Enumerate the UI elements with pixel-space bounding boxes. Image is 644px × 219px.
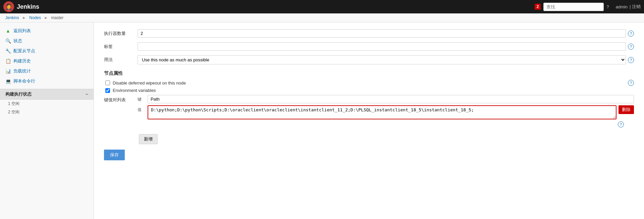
kv-key-sublabel: 键 bbox=[138, 95, 146, 102]
usage-select[interactable]: Use this node as much as possible Only b… bbox=[138, 55, 626, 64]
sidebar-item-load-stats[interactable]: 📊 负载统计 bbox=[0, 66, 94, 76]
usage-control: Use this node as much as possible Only b… bbox=[138, 55, 634, 64]
jenkins-logo-icon: 🤵 bbox=[3, 1, 14, 12]
sidebar-item-back[interactable]: ▲ 返回列表 bbox=[0, 26, 94, 36]
magnify-icon: 🔍 bbox=[5, 38, 11, 44]
kv-val-sublabel: 值 bbox=[138, 105, 146, 113]
sidebar-item-script[interactable]: 💻 脚本命令行 bbox=[0, 76, 94, 86]
label-row: 标签 ? bbox=[104, 42, 634, 51]
node-properties-title: 节点属性 bbox=[104, 70, 634, 76]
sidebar-item-back-label: 返回列表 bbox=[13, 28, 31, 34]
sidebar-item-status[interactable]: 🔍 状态 bbox=[0, 36, 94, 46]
kv-key-row: 键 bbox=[138, 95, 634, 103]
layout: ▲ 返回列表 🔍 状态 🔧 配置从节点 📋 构建历史 📊 负载统计 💻 脚本命令… bbox=[0, 22, 644, 219]
kv-section: 键值对列表 键 值 D:\python;D:\python\Scripts;D:… bbox=[104, 95, 634, 127]
label-control: ? bbox=[138, 42, 634, 51]
sidebar-item-build-history-label: 构建历史 bbox=[13, 58, 31, 64]
sidebar-executor-1: 1 空闲 bbox=[0, 100, 94, 108]
sidebar-section-label: 构建执行状态 bbox=[5, 91, 32, 97]
checkbox-wipeout-row: Disable deferred wipeout on this node ? bbox=[104, 80, 634, 86]
search-input[interactable] bbox=[543, 3, 604, 11]
wrench-icon: 🔧 bbox=[5, 48, 11, 54]
executor-count-label: 执行器数量 bbox=[104, 29, 138, 37]
header: 🤵 Jenkins 2 ? admin | 注销 bbox=[0, 0, 644, 13]
breadcrumb: Jenkins ► Nodes ► master bbox=[0, 13, 644, 22]
usage-help-icon[interactable]: ? bbox=[628, 57, 634, 63]
breadcrumb-sep-1: ► bbox=[22, 15, 26, 20]
kv-val-row: 值 D:\python;D:\python\Scripts;D:\oraclec… bbox=[138, 105, 634, 119]
checkbox-env-label: Environment variables bbox=[113, 88, 156, 93]
checkbox-env-row: Environment variables bbox=[104, 88, 634, 93]
sidebar-item-config[interactable]: 🔧 配置从节点 bbox=[0, 46, 94, 56]
terminal-icon: 💻 bbox=[5, 78, 11, 84]
main-content: 执行器数量 ? 标签 ? 用法 Use this node as much as… bbox=[94, 22, 644, 219]
sidebar-item-load-stats-label: 负载统计 bbox=[13, 68, 31, 74]
breadcrumb-nodes[interactable]: Nodes bbox=[29, 15, 41, 20]
kv-val-help-icon[interactable]: ? bbox=[618, 121, 624, 127]
delete-kv-button[interactable]: 删除 bbox=[619, 105, 634, 114]
kv-key-input[interactable] bbox=[148, 95, 634, 103]
executor-count-help-icon[interactable]: ? bbox=[628, 31, 634, 37]
logo[interactable]: 🤵 Jenkins bbox=[3, 1, 39, 12]
sidebar: ▲ 返回列表 🔍 状态 🔧 配置从节点 📋 构建历史 📊 负载统计 💻 脚本命令… bbox=[0, 22, 94, 219]
sidebar-item-status-label: 状态 bbox=[13, 38, 22, 44]
checkbox-wipeout[interactable] bbox=[105, 80, 110, 85]
executor-count-row: 执行器数量 ? bbox=[104, 29, 634, 38]
breadcrumb-sep-2: ► bbox=[44, 15, 48, 20]
kv-content: 键 值 D:\python;D:\python\Scripts;D:\oracl… bbox=[138, 95, 634, 127]
label-help-icon[interactable]: ? bbox=[628, 44, 634, 50]
usage-row: 用法 Use this node as much as possible Onl… bbox=[104, 55, 634, 64]
add-btn-wrap: 新增 bbox=[104, 132, 634, 144]
sidebar-executor-2: 2 空闲 bbox=[0, 108, 94, 116]
sidebar-item-config-label: 配置从节点 bbox=[13, 48, 35, 54]
kv-section-label: 键值对列表 bbox=[104, 95, 138, 103]
kv-val-textarea[interactable]: D:\python;D:\python\Scripts;D:\oraclecli… bbox=[148, 105, 616, 119]
add-kv-button[interactable]: 新增 bbox=[139, 134, 158, 144]
chart-icon: 📊 bbox=[5, 68, 11, 74]
breadcrumb-master: master bbox=[51, 15, 64, 20]
breadcrumb-jenkins[interactable]: Jenkins bbox=[5, 15, 19, 20]
logout-link[interactable]: | 注销 bbox=[630, 4, 641, 10]
executor-count-input[interactable] bbox=[138, 29, 626, 38]
sidebar-item-build-history[interactable]: 📋 构建历史 bbox=[0, 56, 94, 66]
checkbox-env[interactable] bbox=[105, 88, 110, 93]
wipeout-help-icon[interactable]: ? bbox=[628, 80, 634, 86]
checkbox-wipeout-label: Disable deferred wipeout on this node bbox=[113, 80, 186, 86]
executor-count-control: ? bbox=[138, 29, 634, 38]
label-input[interactable] bbox=[138, 42, 626, 51]
kv-key-input-wrap bbox=[148, 95, 634, 103]
logo-text: Jenkins bbox=[17, 3, 39, 10]
kv-val-input-wrap: D:\python;D:\python\Scripts;D:\oraclecli… bbox=[148, 105, 634, 119]
usage-label: 用法 bbox=[104, 55, 138, 63]
save-button[interactable]: 保存 bbox=[104, 150, 125, 160]
save-btn-wrap: 保存 bbox=[104, 144, 634, 160]
help-icon[interactable]: ? bbox=[606, 4, 609, 9]
notification-badge[interactable]: 2 bbox=[535, 4, 541, 10]
arrow-up-icon: ▲ bbox=[5, 28, 11, 34]
kv-val-help-row: ? bbox=[138, 121, 634, 127]
sidebar-item-script-label: 脚本命令行 bbox=[13, 78, 35, 84]
username-label: admin bbox=[616, 4, 628, 9]
sidebar-section-collapse-btn[interactable]: − bbox=[86, 92, 88, 97]
label-label: 标签 bbox=[104, 42, 138, 50]
sidebar-section-build-status: 构建执行状态 − bbox=[0, 89, 94, 100]
list-icon: 📋 bbox=[5, 58, 11, 64]
